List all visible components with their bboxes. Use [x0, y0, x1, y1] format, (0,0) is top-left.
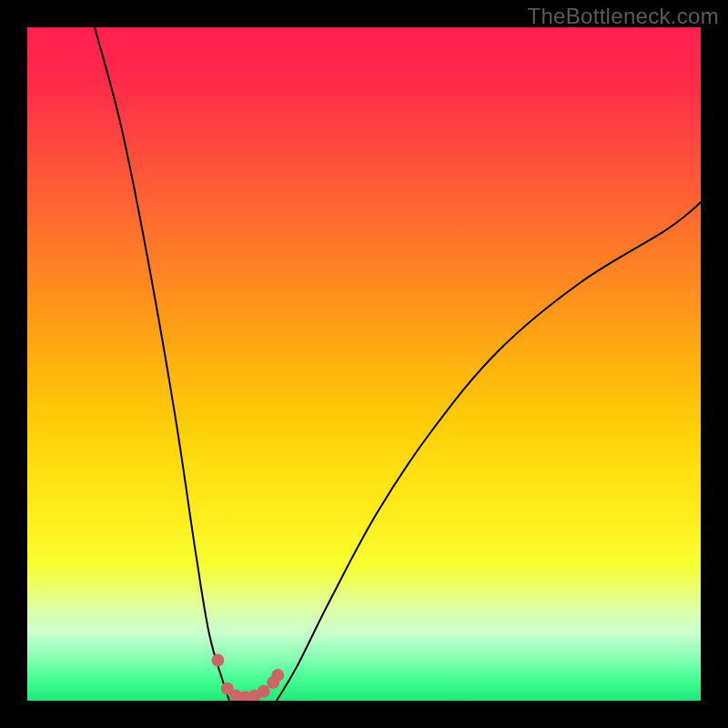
chart-root: TheBottleneck.com	[0, 0, 728, 728]
highlight-dot	[271, 669, 284, 682]
curve-layer	[27, 27, 701, 701]
watermark-text: TheBottleneck.com	[527, 4, 719, 29]
curve-left-branch	[95, 27, 229, 701]
curve-right-branch	[277, 202, 701, 701]
highlight-dot	[258, 685, 270, 698]
plot-area	[27, 27, 701, 701]
highlight-dot	[211, 654, 224, 667]
